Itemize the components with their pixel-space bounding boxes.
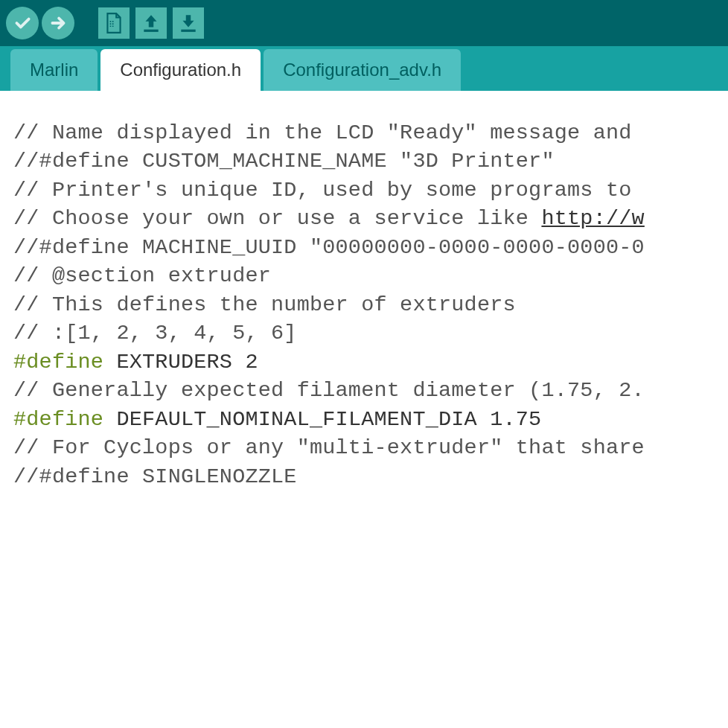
code-line: // This defines the number of extruders: [13, 291, 721, 319]
code-line: // :[1, 2, 3, 4, 5, 6]: [13, 319, 721, 348]
code-line: // Name displayed in the LCD "Ready" mes…: [13, 119, 721, 147]
svg-rect-3: [144, 30, 158, 32]
tab-configuration-adv[interactable]: Configuration_adv.h: [264, 49, 461, 91]
arrow-right-icon: [48, 13, 68, 33]
verify-button[interactable]: [6, 7, 39, 39]
code-line: // Printer's unique ID, used by some pro…: [13, 176, 721, 205]
open-button[interactable]: [135, 7, 167, 39]
code-line: // @section extruder: [13, 262, 721, 290]
new-button[interactable]: [98, 7, 130, 39]
check-icon: [13, 13, 32, 33]
url-link: http://w: [541, 206, 644, 231]
tab-marlin[interactable]: Marlin: [10, 49, 98, 91]
code-line: //#define MACHINE_UUID "00000000-0000-00…: [13, 234, 721, 262]
code-line: #define EXTRUDERS 2: [13, 348, 721, 377]
code-line: // Choose your own or use a service like…: [13, 205, 721, 233]
code-line: #define DEFAULT_NOMINAL_FILAMENT_DIA 1.7…: [13, 406, 721, 434]
tab-bar: Marlin Configuration.h Configuration_adv…: [0, 46, 728, 91]
arrow-down-icon: [179, 13, 198, 33]
code-line: //#define SINGLENOZZLE: [13, 463, 721, 491]
file-icon: [104, 12, 124, 34]
code-line: // For Cyclops or any "multi-extruder" t…: [13, 434, 721, 462]
tab-configuration[interactable]: Configuration.h: [100, 49, 261, 91]
save-button[interactable]: [173, 7, 204, 39]
code-line: // Generally expected filament diameter …: [13, 377, 721, 405]
arrow-up-icon: [141, 13, 161, 33]
upload-button[interactable]: [42, 7, 74, 39]
code-line: //#define CUSTOM_MACHINE_NAME "3D Printe…: [13, 147, 721, 176]
code-editor[interactable]: // Name displayed in the LCD "Ready" mes…: [0, 91, 728, 499]
toolbar: [0, 0, 728, 46]
svg-rect-4: [181, 30, 195, 32]
